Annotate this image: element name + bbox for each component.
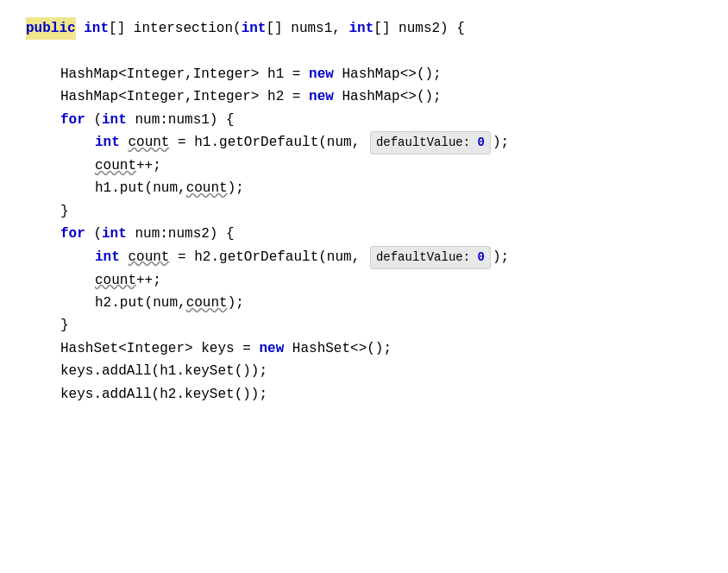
keyword-int-5: int	[95, 131, 120, 154]
keyword-int-4: int	[102, 109, 127, 131]
keyword-int-7: int	[95, 246, 120, 268]
var-count-6: count	[186, 292, 228, 314]
tooltip-default-value-1: defaultValue: 0	[370, 131, 491, 154]
var-count-2: count	[95, 154, 136, 177]
code-line-count1: int count = h1.getOrDefault(num, default…	[26, 131, 702, 154]
keyword-for-1: for	[60, 109, 85, 131]
var-count-3: count	[186, 177, 228, 199]
code-line-blank1	[26, 40, 702, 62]
tooltip-default-value-2: defaultValue: 0	[370, 246, 491, 269]
keyword-int-2: int	[242, 17, 267, 40]
code-line-for1: for (int num:nums1) {	[26, 109, 702, 131]
code-line-addall1: keys.addAll(h1.keySet());	[26, 360, 702, 382]
code-line-count-inc2: count++;	[26, 269, 702, 292]
var-count-5: count	[95, 269, 136, 292]
var-count-4: count	[128, 246, 169, 268]
keyword-new-3: new	[259, 337, 284, 360]
code-line-count-inc1: count++;	[26, 154, 702, 177]
keyword-int-6: int	[102, 223, 127, 245]
code-editor: public int[] intersection(int[] nums1, i…	[0, 0, 728, 573]
keyword-new-2: new	[309, 85, 334, 108]
var-count-1: count	[128, 131, 169, 154]
keyword-int-1: int	[84, 17, 109, 40]
code-line-hashmap1: HashMap<Integer,Integer> h1 = new HashMa…	[26, 63, 702, 85]
keyword-new-1: new	[309, 63, 334, 85]
keyword-for-2: for	[60, 223, 85, 245]
keyword-int-3: int	[348, 17, 373, 40]
code-line-for2: for (int num:nums2) {	[26, 223, 702, 245]
code-line-h1put: h1.put(num,count);	[26, 177, 702, 199]
code-line-1: public int[] intersection(int[] nums1, i…	[26, 17, 702, 40]
code-line-h2put: h2.put(num,count);	[26, 292, 702, 314]
code-line-count2: int count = h2.getOrDefault(num, default…	[26, 246, 702, 269]
code-line-hashset: HashSet<Integer> keys = new HashSet<>();	[26, 337, 702, 360]
code-line-hashmap2: HashMap<Integer,Integer> h2 = new HashMa…	[26, 85, 702, 108]
code-line-addall2: keys.addAll(h2.keySet());	[26, 383, 702, 406]
code-line-close1: }	[26, 200, 702, 223]
keyword-public: public	[26, 17, 76, 40]
code-line-close2: }	[26, 314, 702, 337]
